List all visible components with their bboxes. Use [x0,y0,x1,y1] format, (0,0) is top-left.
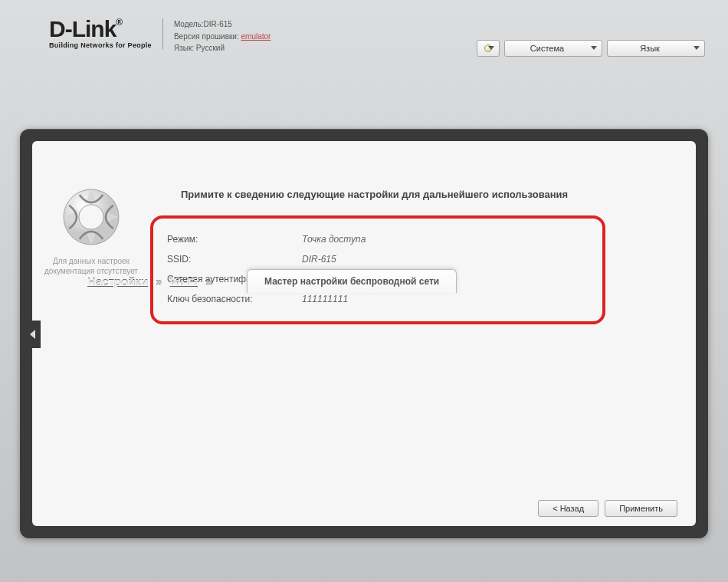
help-caption: Для данных настроек документация отсутст… [32,256,150,276]
back-button-label: < Назад [553,504,584,513]
chevron-down-icon [591,46,597,50]
svg-point-1 [79,205,103,229]
expand-sidebar-tab[interactable] [24,321,41,348]
apply-button-label: Применить [619,504,663,513]
language-value: Русский [196,44,225,52]
top-controls: Система Язык [477,40,705,57]
logo-text: D-Link® [49,18,152,41]
language-label: Язык: [174,44,194,52]
model-label: Модель: [174,20,204,28]
chevron-down-icon [488,46,494,50]
chevron-down-icon [694,46,700,50]
model-value: DIR-615 [204,20,232,28]
tab-label: Мастер настройки беспроводной сети [264,276,439,287]
breadcrumb-wifi[interactable]: Wi-Fi [169,275,198,288]
firmware-label: Версия прошивки: [174,32,239,41]
breadcrumb-separator: » [205,275,212,288]
setting-label: SSID: [167,249,302,269]
apply-button[interactable]: Применить [605,500,677,517]
tab-wireless-wizard[interactable]: Мастер настройки беспроводной сети [247,269,457,293]
main-panel: Настройки » Wi-Fi » Мастер настройки бес… [20,129,708,538]
device-info: Модель:DIR-615 Версия прошивки: emulator… [174,18,271,54]
brand-logo: D-Link® Building Networks for People [49,18,152,49]
setting-value: Точка доступа [302,229,589,249]
setting-label: Режим: [167,229,302,249]
system-dropdown[interactable]: Система [504,40,602,57]
header-divider [162,18,163,49]
setting-value: DIR-615 [302,249,589,269]
system-dropdown-label: Система [530,44,564,53]
breadcrumb-separator: » [156,275,162,288]
firmware-link[interactable]: emulator [241,32,271,41]
breadcrumb-settings[interactable]: Настройки [87,275,148,288]
breadcrumb: Настройки » Wi-Fi » [87,275,212,288]
notice-heading: Примите к сведению следующие настройки д… [150,175,677,215]
language-dropdown[interactable]: Язык [607,40,705,57]
setting-row-ssid: SSID: DIR-615 [167,249,589,269]
hint-button[interactable] [477,40,500,57]
lifebuoy-icon [32,182,150,252]
footer-actions: < Назад Применить [32,491,696,526]
main-content: Примите к сведению следующие настройки д… [150,175,696,491]
logo-tagline: Building Networks for People [49,41,152,49]
setting-row-mode: Режим: Точка доступа [167,229,589,249]
back-button[interactable]: < Назад [538,500,598,517]
help-sidebar: Для данных настроек документация отсутст… [32,175,150,491]
language-dropdown-label: Язык [640,44,660,53]
